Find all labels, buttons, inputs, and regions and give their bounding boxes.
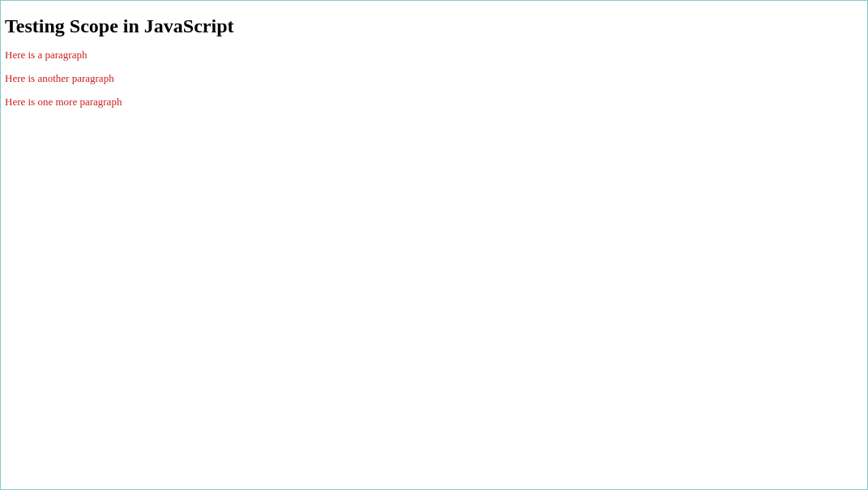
page-title: Testing Scope in JavaScript: [5, 15, 863, 37]
page-container: Testing Scope in JavaScript Here is a pa…: [0, 0, 868, 490]
paragraph: Here is one more paragraph: [5, 96, 863, 109]
paragraph: Here is a paragraph: [5, 49, 863, 62]
paragraph: Here is another paragraph: [5, 72, 863, 85]
